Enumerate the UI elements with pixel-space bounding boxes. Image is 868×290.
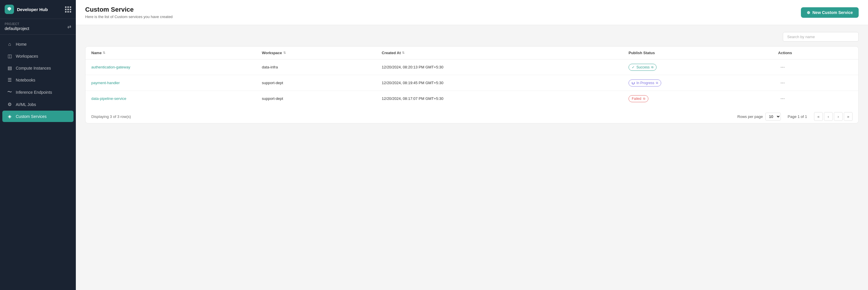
notebooks-icon: ☰ (7, 77, 12, 83)
search-bar (85, 32, 859, 42)
name-sort-icon: ⇅ (103, 51, 105, 55)
status-badge-1[interactable]: In Progress ⧉ (628, 79, 661, 86)
actions-button-1[interactable]: ··· (778, 79, 787, 86)
row-0-workspace: data-infra (256, 60, 376, 75)
last-page-button[interactable]: » (844, 112, 852, 121)
sidebar-item-notebooks[interactable]: ☰ Notebooks (2, 74, 73, 85)
project-section[interactable]: PROJECT defaultproject ⇄ (0, 19, 76, 35)
row-2-name: data-pipeline-service (86, 91, 256, 107)
sidebar-item-compute-label: Compute Instances (16, 66, 51, 70)
home-icon: ⌂ (7, 42, 12, 47)
displaying-info: Displaying 3 of 3 row(s) (91, 114, 131, 119)
service-link-0[interactable]: authentication-gateway (91, 65, 130, 69)
content-area: Name ⇅ Workspace ⇅ Creat (76, 25, 868, 290)
logo-icon (5, 5, 14, 14)
service-link-2[interactable]: data-pipeline-service (91, 96, 126, 101)
swap-icon[interactable]: ⇄ (67, 24, 71, 29)
first-page-button[interactable]: « (814, 112, 823, 121)
sidebar-item-aijobs-label: AI/ML Jobs (16, 102, 36, 107)
page-nav: « ‹ › » (814, 112, 852, 121)
col-actions: Actions (772, 46, 858, 60)
rows-per-page-select[interactable]: 10 25 50 (765, 113, 781, 120)
plus-circle-icon: ⊕ (807, 10, 810, 15)
row-2-created-at: 12/20/2024, 08:17:07 PM GMT+5:30 (376, 91, 623, 107)
project-label: PROJECT (5, 23, 29, 26)
new-custom-service-button[interactable]: ⊕ New Custom Service (801, 7, 859, 18)
sidebar-item-workspaces[interactable]: ◫ Workspaces (2, 50, 73, 62)
table-body: authentication-gateway data-infra 12/20/… (86, 60, 858, 107)
sidebar-item-workspaces-label: Workspaces (16, 54, 38, 59)
col-workspace: Workspace ⇅ (256, 46, 376, 60)
aijobs-icon: ⚙ (7, 102, 12, 107)
sidebar-item-aijobs[interactable]: ⚙ AI/ML Jobs (2, 99, 73, 110)
row-1-created-at: 12/20/2024, 08:19:45 PM GMT+5:30 (376, 75, 623, 91)
sidebar: Developer Hub PROJECT defaultproject ⇄ ⌂… (0, 0, 76, 290)
created-at-sort-icon: ⇅ (402, 51, 405, 55)
col-created-at-sortable[interactable]: Created At ⇅ (382, 51, 617, 55)
table-container: Name ⇅ Workspace ⇅ Creat (85, 46, 859, 123)
nav-menu: ⌂ Home ◫ Workspaces ▤ Compute Instances … (0, 35, 76, 290)
grid-menu-icon[interactable] (65, 6, 71, 12)
page-header: Custom Service Here is the list of Custo… (76, 0, 868, 25)
row-1-name: payment-handler (86, 75, 256, 91)
main-content: Custom Service Here is the list of Custo… (76, 0, 868, 290)
row-0-created-at: 12/20/2024, 08:20:13 PM GMT+5:30 (376, 60, 623, 75)
sidebar-logo: Developer Hub (5, 5, 48, 14)
status-badge-0[interactable]: ✓ Success ⧉ (628, 64, 656, 71)
status-badge-2[interactable]: Failed ⧉ (628, 95, 648, 102)
external-link-icon-0: ⧉ (651, 66, 653, 69)
sidebar-item-notebooks-label: Notebooks (16, 78, 35, 82)
col-workspace-sortable[interactable]: Workspace ⇅ (262, 51, 370, 55)
col-name: Name ⇅ (86, 46, 256, 60)
workspace-sort-icon: ⇅ (283, 51, 286, 55)
table-header: Name ⇅ Workspace ⇅ Creat (86, 46, 858, 60)
row-2-actions: ··· (772, 91, 858, 107)
page-title: Custom Service (85, 6, 173, 13)
row-1-status: In Progress ⧉ (623, 75, 772, 91)
col-created-at: Created At ⇅ (376, 46, 623, 60)
sidebar-item-custom-services[interactable]: ◈ Custom Services (2, 111, 73, 122)
row-0-actions: ··· (772, 60, 858, 75)
workspaces-icon: ◫ (7, 53, 12, 59)
row-0-status: ✓ Success ⧉ (623, 60, 772, 75)
project-name: defaultproject (5, 26, 29, 31)
spinner-icon (632, 81, 635, 84)
sidebar-item-home-label: Home (16, 42, 27, 46)
row-1-workspace: support-dept (256, 75, 376, 91)
rows-per-page-label: Rows per page (737, 114, 763, 119)
rows-per-page: Rows per page 10 25 50 (737, 113, 780, 120)
external-link-icon-2: ⧉ (643, 97, 645, 101)
app-name: Developer Hub (17, 7, 48, 12)
success-icon: ✓ (632, 65, 635, 69)
search-input[interactable] (783, 32, 859, 42)
sidebar-item-custom-services-label: Custom Services (16, 114, 46, 119)
compute-icon: ▤ (7, 65, 12, 71)
page-info: Page 1 of 1 (788, 114, 807, 119)
sidebar-item-compute[interactable]: ▤ Compute Instances (2, 62, 73, 74)
row-2-workspace: support-dept (256, 91, 376, 107)
service-link-1[interactable]: payment-handler (91, 81, 120, 85)
custom-services-icon: ◈ (7, 114, 12, 119)
sidebar-item-inference-label: Inference Endpoints (16, 90, 52, 95)
page-header-left: Custom Service Here is the list of Custo… (85, 6, 173, 19)
col-name-sortable[interactable]: Name ⇅ (91, 51, 250, 55)
table-row: data-pipeline-service support-dept 12/20… (86, 91, 858, 107)
project-info: PROJECT defaultproject (5, 23, 29, 31)
custom-services-table: Name ⇅ Workspace ⇅ Creat (86, 46, 858, 106)
external-link-icon-1: ⧉ (656, 81, 658, 85)
pagination-right: Rows per page 10 25 50 Page 1 of 1 « ‹ ›… (737, 112, 852, 121)
actions-button-2[interactable]: ··· (778, 95, 787, 102)
table-row: payment-handler support-dept 12/20/2024,… (86, 75, 858, 91)
sidebar-item-home[interactable]: ⌂ Home (2, 39, 73, 50)
actions-button-0[interactable]: ··· (778, 64, 787, 71)
sidebar-item-inference[interactable]: 〜 Inference Endpoints (2, 86, 73, 98)
new-service-btn-label: New Custom Service (813, 10, 853, 15)
page-subtitle: Here is the list of Custom services you … (85, 14, 173, 19)
row-1-actions: ··· (772, 75, 858, 91)
next-page-button[interactable]: › (834, 112, 843, 121)
row-0-name: authentication-gateway (86, 60, 256, 75)
prev-page-button[interactable]: ‹ (824, 112, 833, 121)
table-row: authentication-gateway data-infra 12/20/… (86, 60, 858, 75)
inference-icon: 〜 (7, 89, 12, 95)
row-2-status: Failed ⧉ (623, 91, 772, 107)
